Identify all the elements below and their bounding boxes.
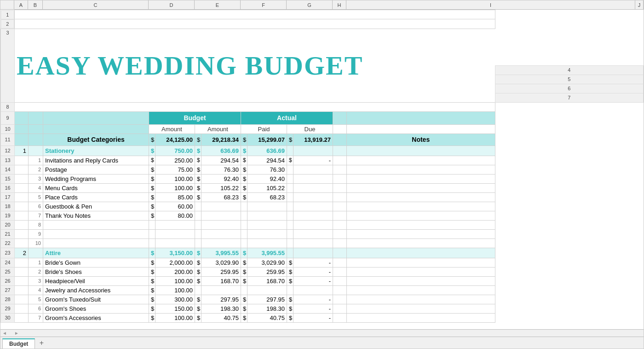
- total-actual-dollar: $: [195, 134, 201, 145]
- actual-amount-header: Amount: [195, 124, 241, 134]
- grid-area: 1 2 3 EASY WEDDING BUDGET 4 5 6 7 8: [0, 10, 644, 329]
- row-2: 2: [1, 19, 644, 29]
- row-9-header: 9 Budget Actual: [1, 111, 644, 124]
- row-10-subheader: 10 Amount Amount Paid Due: [1, 124, 644, 134]
- col-header-h: H: [333, 0, 346, 9]
- col-header-f: F: [241, 0, 287, 9]
- row-30[interactable]: 30 7 Groom's Accessories $ 100.00 $ 40.7…: [1, 313, 644, 322]
- tab-bar: Budget +: [0, 337, 644, 349]
- row-13[interactable]: 13 1 Invitations and Reply Cards $ 250.0…: [1, 156, 644, 165]
- column-headers: A B C D E F G H I J: [0, 0, 644, 10]
- col-header-d: D: [149, 0, 195, 9]
- section-1-name: Stationery: [43, 145, 149, 156]
- section-1-header[interactable]: 12 1 Stationery $ 750.00 $ 636.69 $ 636.…: [1, 145, 644, 156]
- row-21[interactable]: 21 9: [1, 229, 644, 238]
- budget-categories-label: Budget Categories: [43, 134, 149, 145]
- row-25[interactable]: 25 2 Bride's Shoes $ 200.00 $ 259.95 $ 2…: [1, 267, 644, 276]
- col-header-rownum: [0, 0, 14, 9]
- row-24[interactable]: 24 1 Bride's Gown $ 2,000.00 $ 3,029.90 …: [1, 258, 644, 267]
- row-20[interactable]: 20 8: [1, 220, 644, 229]
- row-18[interactable]: 18 6 Guestbook & Pen $ 60.00: [1, 202, 644, 211]
- row-1: 1: [1, 10, 644, 19]
- row-16[interactable]: 16 4 Menu Cards $ 100.00 $ 105.22 $ 105.…: [1, 183, 644, 192]
- total-due-dollar: $: [287, 134, 293, 145]
- section-2-header[interactable]: 23 2 Attire $ 3,150.00 $ 3,995.55 $ 3,99…: [1, 248, 644, 258]
- col-header-i: I: [346, 0, 635, 9]
- row-15[interactable]: 15 3 Wedding Programs $ 100.00 $ 92.40 $…: [1, 174, 644, 183]
- due-header: Due: [287, 124, 333, 134]
- spreadsheet-title: EASY WEDDING BUDGET: [15, 29, 495, 102]
- actual-header: Actual: [241, 111, 333, 124]
- add-sheet-button[interactable]: +: [37, 338, 46, 348]
- col-header-j: J: [635, 0, 644, 9]
- total-budget-amount: 24,125.00: [155, 134, 195, 145]
- row-19[interactable]: 19 7 Thank You Notes $ 80.00: [1, 211, 644, 220]
- row-27[interactable]: 27 4 Jewelry and Accessories $ 100.00: [1, 285, 644, 295]
- col-header-b: B: [28, 0, 43, 9]
- spreadsheet: A B C D E F G H I J: [0, 0, 644, 349]
- notes-header: Notes: [347, 134, 495, 145]
- row-11-totals: 11 Budget Categories $ 24,125.00 $ 29,21…: [1, 134, 644, 145]
- row-22[interactable]: 22 10: [1, 238, 644, 248]
- total-budget-dollar: $: [149, 134, 155, 145]
- budget-amount-header: Amount: [149, 124, 195, 134]
- sheet-tab-budget[interactable]: Budget: [2, 338, 35, 349]
- row-29[interactable]: 29 6 Groom's Shoes $ 150.00 $ 198.30 $ 1…: [1, 304, 644, 313]
- content-grid: 1 2 3 EASY WEDDING BUDGET 4 5 6 7 8: [0, 10, 644, 329]
- total-paid-amount: 15,299.07: [247, 134, 287, 145]
- row-28[interactable]: 28 5 Groom's Tuxedo/Suit $ 300.00 $ 297.…: [1, 295, 644, 304]
- col-header-e: E: [195, 0, 241, 9]
- row-14[interactable]: 14 2 Postage $ 75.00 $ 76.30 $ 76.30: [1, 165, 644, 174]
- col-header-a: A: [14, 0, 28, 9]
- paid-header: Paid: [241, 124, 287, 134]
- item-invitations: Invitations and Reply Cards: [43, 156, 149, 165]
- col-header-c: C: [43, 0, 149, 9]
- row-title: 3 EASY WEDDING BUDGET: [1, 29, 644, 65]
- row-17[interactable]: 17 5 Place Cards $ 85.00 $ 68.23 $ 68.23: [1, 192, 644, 202]
- total-paid-dollar: $: [241, 134, 247, 145]
- budget-table: 1 2 3 EASY WEDDING BUDGET 4 5 6 7 8: [0, 10, 644, 323]
- col-header-g: G: [287, 0, 333, 9]
- budget-header: Budget: [149, 111, 241, 124]
- row-26[interactable]: 26 3 Headpiece/Veil $ 100.00 $ 168.70 $ …: [1, 276, 644, 285]
- scroll-bar-area: ◄ ►: [0, 329, 644, 337]
- total-actual-amount: 29,218.34: [201, 134, 241, 145]
- row-8: 8: [1, 102, 644, 111]
- section-1-num: 1: [15, 145, 29, 156]
- total-due-amount: 13,919.27: [293, 134, 333, 145]
